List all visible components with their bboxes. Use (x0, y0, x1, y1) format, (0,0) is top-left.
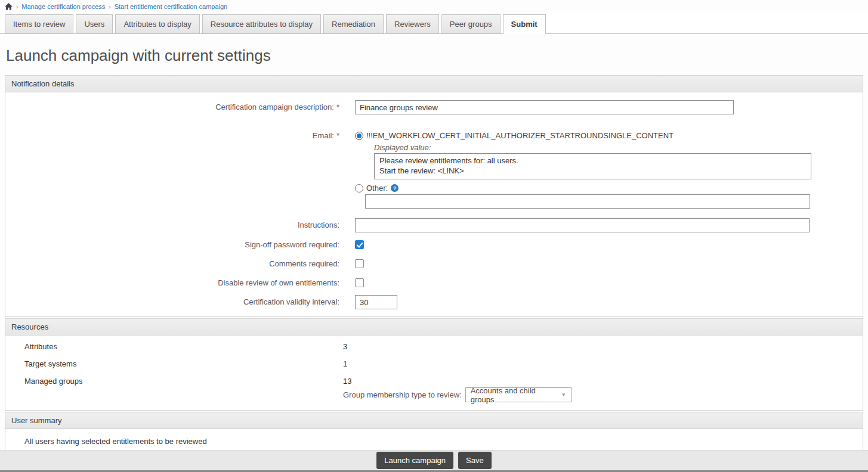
email-other-radio[interactable] (355, 184, 363, 192)
tab-attributes-to-display[interactable]: Attributes to display (115, 14, 199, 33)
save-button[interactable]: Save (458, 452, 492, 469)
validity-interval-input[interactable] (355, 295, 397, 309)
tab-remediation[interactable]: Remediation (323, 14, 384, 33)
section-header-notification-details: Notification details (5, 76, 863, 92)
tab-bar: Items to review Users Attributes to disp… (0, 12, 868, 34)
row-disable-own-review: Disable review of own entitlements: (5, 277, 863, 289)
signoff-password-label: Sign-off password required: (5, 238, 339, 249)
section-notification-details: Notification details Certification campa… (5, 75, 863, 317)
campaign-description-label: Certification campaign description:* (5, 100, 339, 111)
email-template-option-label: !!!EM_WORKFLOW_CERT_INITIAL_AUTHORIZER_S… (366, 131, 674, 140)
resources-row-target-systems: Target systems 1 (5, 355, 863, 372)
comments-required-label: Comments required: (5, 257, 339, 268)
membership-type-label: Group membership type to review: (343, 390, 462, 399)
row-campaign-description: Certification campaign description:* (5, 100, 863, 114)
row-comments-required: Comments required: (5, 257, 863, 270)
page-title: Launch campaign with current settings (6, 46, 868, 65)
email-other-option-label: Other: (366, 184, 388, 192)
section-header-user-summary: User summary (5, 412, 863, 429)
comments-required-checkbox[interactable] (355, 259, 364, 268)
breadcrumb-separator: › (16, 3, 18, 10)
membership-type-row: Group membership type to review: Account… (343, 387, 572, 402)
section-header-resources: Resources (5, 319, 863, 336)
row-validity-interval: Certification validity interval: (5, 295, 863, 309)
tab-submit[interactable]: Submit (503, 14, 546, 34)
tab-items-to-review[interactable]: Items to review (5, 14, 73, 33)
attributes-label: Attributes (5, 342, 343, 351)
footer-action-bar: Launch campaign Save (0, 450, 868, 472)
help-icon[interactable]: ? (391, 184, 399, 192)
breadcrumb-separator: › (109, 3, 110, 10)
breadcrumb-link-manage-certification[interactable]: Manage certification process (21, 3, 105, 10)
signoff-password-checkbox[interactable] (355, 240, 364, 249)
required-asterisk: * (336, 103, 339, 111)
row-instructions: Instructions: (5, 218, 863, 232)
chevron-down-icon: ▼ (561, 392, 566, 398)
user-summary-scope: All users having selected entitlements t… (24, 437, 863, 446)
section-resources: Resources Attributes 3 Target systems 1 … (5, 318, 863, 411)
row-email: Email:* !!!EM_WORKFLOW_CERT_INITIAL_AUTH… (5, 130, 863, 209)
launch-campaign-button[interactable]: Launch campaign (376, 452, 453, 469)
managed-groups-label: Managed groups (5, 377, 343, 386)
row-signoff-password: Sign-off password required: (5, 238, 863, 251)
group-membership-select[interactable]: Accounts and child groups ▼ (465, 387, 572, 402)
group-membership-selected-value: Accounts and child groups (471, 386, 561, 404)
attributes-count: 3 (343, 342, 347, 351)
breadcrumb-link-start-campaign[interactable]: Start entitlement certification campaign (115, 3, 228, 10)
instructions-input[interactable] (355, 218, 810, 232)
tab-users[interactable]: Users (76, 14, 113, 33)
validity-interval-label: Certification validity interval: (5, 295, 339, 306)
displayed-value-label: Displayed value: (374, 143, 811, 152)
tab-resource-attributes-to-display[interactable]: Resource attributes to display (202, 14, 321, 33)
required-asterisk: * (336, 131, 339, 140)
home-icon[interactable] (5, 3, 13, 10)
target-systems-label: Target systems (5, 359, 343, 368)
resources-row-attributes: Attributes 3 (5, 338, 863, 355)
email-other-option: Other: ? (355, 182, 811, 192)
target-systems-count: 1 (343, 359, 347, 368)
managed-groups-count: 13 (343, 377, 572, 386)
email-template-radio[interactable] (355, 132, 363, 140)
breadcrumb: › Manage certification process › Start e… (0, 0, 868, 12)
tab-reviewers[interactable]: Reviewers (386, 14, 439, 33)
email-template-option: !!!EM_WORKFLOW_CERT_INITIAL_AUTHORIZER_S… (355, 130, 811, 140)
disable-own-review-label: Disable review of own entitlements: (5, 277, 339, 287)
tab-peer-groups[interactable]: Peer groups (441, 14, 501, 33)
displayed-value-textarea[interactable]: Please review entitlements for: all user… (374, 153, 811, 179)
instructions-label: Instructions: (5, 218, 339, 229)
disable-own-review-checkbox[interactable] (355, 278, 364, 287)
resources-row-managed-groups: Managed groups 13 Group membership type … (5, 372, 863, 406)
email-other-input[interactable] (365, 194, 810, 209)
email-label: Email:* (5, 130, 339, 140)
campaign-description-input[interactable] (355, 100, 734, 114)
